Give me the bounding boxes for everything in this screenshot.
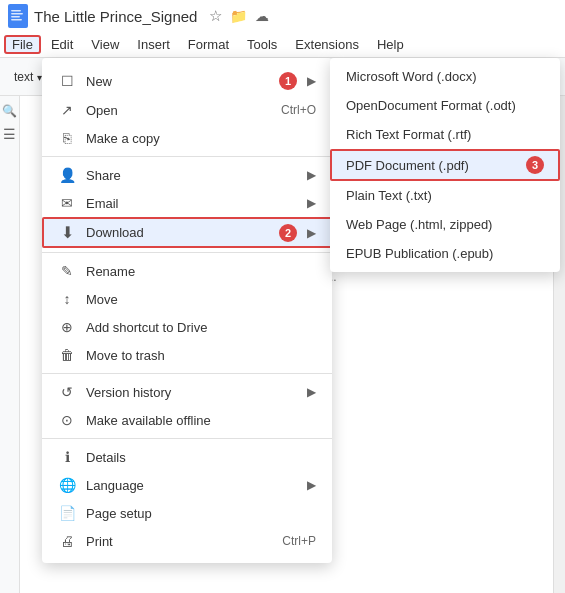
copy-icon: ⎘ bbox=[58, 130, 76, 146]
version-history-icon: ↺ bbox=[58, 384, 76, 400]
download-submenu: Microsoft Word (.docx) OpenDocument Form… bbox=[330, 58, 560, 272]
print-icon: 🖨 bbox=[58, 533, 76, 549]
download-icon: ⬇ bbox=[58, 223, 76, 242]
menu-option-make-offline[interactable]: ⊙ Make available offline bbox=[42, 406, 332, 434]
title-icons: ☆ 📁 ☁ bbox=[209, 7, 269, 25]
menu-option-move-trash[interactable]: 🗑 Move to trash bbox=[42, 341, 332, 369]
menu-option-language[interactable]: 🌐 Language ▶ bbox=[42, 471, 332, 499]
submenu-odt[interactable]: OpenDocument Format (.odt) bbox=[330, 91, 560, 120]
toolbar-text-style-label: text bbox=[14, 70, 33, 84]
submenu-epub-label: EPUB Publication (.epub) bbox=[346, 246, 493, 261]
file-menu: ☐ New 1 ▶ ↗ Open Ctrl+O ⎘ Make a copy 👤 … bbox=[42, 58, 332, 563]
menu-new-label: New bbox=[86, 74, 265, 89]
menu-move-trash-label: Move to trash bbox=[86, 348, 316, 363]
cloud-icon[interactable]: ☁ bbox=[255, 8, 269, 24]
menu-print-label: Print bbox=[86, 534, 272, 549]
email-icon: ✉ bbox=[58, 195, 76, 211]
submenu-rtf[interactable]: Rich Text Format (.rtf) bbox=[330, 120, 560, 149]
menu-open-label: Open bbox=[86, 103, 271, 118]
menu-rename-label: Rename bbox=[86, 264, 316, 279]
menu-edit[interactable]: Edit bbox=[43, 35, 81, 54]
download-arrow-icon: ▶ bbox=[307, 226, 316, 240]
add-shortcut-icon: ⊕ bbox=[58, 319, 76, 335]
submenu-html-label: Web Page (.html, zipped) bbox=[346, 217, 492, 232]
open-icon: ↗ bbox=[58, 102, 76, 118]
details-icon: ℹ bbox=[58, 449, 76, 465]
menu-version-history-label: Version history bbox=[86, 385, 297, 400]
svg-rect-1 bbox=[11, 10, 21, 12]
title-bar: The Little Prince_Signed ☆ 📁 ☁ bbox=[0, 0, 565, 32]
language-icon: 🌐 bbox=[58, 477, 76, 493]
menu-language-label: Language bbox=[86, 478, 297, 493]
submenu-docx-label: Microsoft Word (.docx) bbox=[346, 69, 477, 84]
list-sidebar-icon[interactable]: ☰ bbox=[3, 126, 16, 142]
rename-icon: ✎ bbox=[58, 263, 76, 279]
share-icon: 👤 bbox=[58, 167, 76, 183]
menu-option-page-setup[interactable]: 📄 Page setup bbox=[42, 499, 332, 527]
file-menu-group-3: ✎ Rename ↕ Move ⊕ Add shortcut to Drive … bbox=[42, 253, 332, 374]
email-arrow-icon: ▶ bbox=[307, 196, 316, 210]
search-sidebar-icon[interactable]: 🔍 bbox=[2, 104, 17, 118]
file-menu-group-1: ☐ New 1 ▶ ↗ Open Ctrl+O ⎘ Make a copy bbox=[42, 62, 332, 157]
menu-option-add-shortcut[interactable]: ⊕ Add shortcut to Drive bbox=[42, 313, 332, 341]
menu-format[interactable]: Format bbox=[180, 35, 237, 54]
menu-option-make-copy[interactable]: ⎘ Make a copy bbox=[42, 124, 332, 152]
file-menu-group-2: 👤 Share ▶ ✉ Email ▶ ⬇ Download 2 ▶ bbox=[42, 157, 332, 253]
star-icon[interactable]: ☆ bbox=[209, 7, 222, 25]
menu-tools[interactable]: Tools bbox=[239, 35, 285, 54]
menu-extensions[interactable]: Extensions bbox=[287, 35, 367, 54]
menu-download-label: Download bbox=[86, 225, 265, 240]
menu-option-share[interactable]: 👤 Share ▶ bbox=[42, 161, 332, 189]
page-setup-icon: 📄 bbox=[58, 505, 76, 521]
menu-view[interactable]: View bbox=[83, 35, 127, 54]
file-menu-group-4: ↺ Version history ▶ ⊙ Make available off… bbox=[42, 374, 332, 439]
folder-icon[interactable]: 📁 bbox=[230, 8, 247, 24]
menu-option-print[interactable]: 🖨 Print Ctrl+P bbox=[42, 527, 332, 555]
version-arrow-icon: ▶ bbox=[307, 385, 316, 399]
svg-rect-4 bbox=[11, 19, 22, 21]
svg-rect-3 bbox=[11, 16, 20, 18]
language-arrow-icon: ▶ bbox=[307, 478, 316, 492]
menu-page-setup-label: Page setup bbox=[86, 506, 316, 521]
move-icon: ↕ bbox=[58, 291, 76, 307]
svg-rect-2 bbox=[11, 13, 23, 15]
menu-make-copy-label: Make a copy bbox=[86, 131, 316, 146]
offline-icon: ⊙ bbox=[58, 412, 76, 428]
submenu-txt-label: Plain Text (.txt) bbox=[346, 188, 432, 203]
submenu-docx[interactable]: Microsoft Word (.docx) bbox=[330, 62, 560, 91]
doc-title: The Little Prince_Signed bbox=[34, 8, 197, 25]
submenu-epub[interactable]: EPUB Publication (.epub) bbox=[330, 239, 560, 268]
submenu-txt[interactable]: Plain Text (.txt) bbox=[330, 181, 560, 210]
menu-option-move[interactable]: ↕ Move bbox=[42, 285, 332, 313]
menu-option-email[interactable]: ✉ Email ▶ bbox=[42, 189, 332, 217]
menu-option-download[interactable]: ⬇ Download 2 ▶ bbox=[42, 217, 332, 248]
menu-make-offline-label: Make available offline bbox=[86, 413, 316, 428]
new-arrow-icon: ▶ bbox=[307, 74, 316, 88]
submenu-odt-label: OpenDocument Format (.odt) bbox=[346, 98, 516, 113]
submenu-rtf-label: Rich Text Format (.rtf) bbox=[346, 127, 471, 142]
print-shortcut: Ctrl+P bbox=[282, 534, 316, 548]
step-badge-1: 1 bbox=[279, 72, 297, 90]
menu-add-shortcut-label: Add shortcut to Drive bbox=[86, 320, 316, 335]
open-shortcut: Ctrl+O bbox=[281, 103, 316, 117]
menu-option-new[interactable]: ☐ New 1 ▶ bbox=[42, 66, 332, 96]
new-icon: ☐ bbox=[58, 73, 76, 89]
trash-icon: 🗑 bbox=[58, 347, 76, 363]
submenu-pdf[interactable]: PDF Document (.pdf) 3 bbox=[330, 149, 560, 181]
file-menu-group-5: ℹ Details 🌐 Language ▶ 📄 Page setup 🖨 Pr… bbox=[42, 439, 332, 559]
menu-option-rename[interactable]: ✎ Rename bbox=[42, 257, 332, 285]
left-sidebar: 🔍 ☰ bbox=[0, 96, 20, 593]
menu-option-details[interactable]: ℹ Details bbox=[42, 443, 332, 471]
submenu-html[interactable]: Web Page (.html, zipped) bbox=[330, 210, 560, 239]
menu-share-label: Share bbox=[86, 168, 297, 183]
menu-option-open[interactable]: ↗ Open Ctrl+O bbox=[42, 96, 332, 124]
doc-icon bbox=[8, 4, 28, 28]
menu-file[interactable]: File bbox=[4, 35, 41, 54]
menu-option-version-history[interactable]: ↺ Version history ▶ bbox=[42, 378, 332, 406]
menu-insert[interactable]: Insert bbox=[129, 35, 178, 54]
menu-details-label: Details bbox=[86, 450, 316, 465]
step-badge-2: 2 bbox=[279, 224, 297, 242]
share-arrow-icon: ▶ bbox=[307, 168, 316, 182]
menu-help[interactable]: Help bbox=[369, 35, 412, 54]
step-badge-3: 3 bbox=[526, 156, 544, 174]
